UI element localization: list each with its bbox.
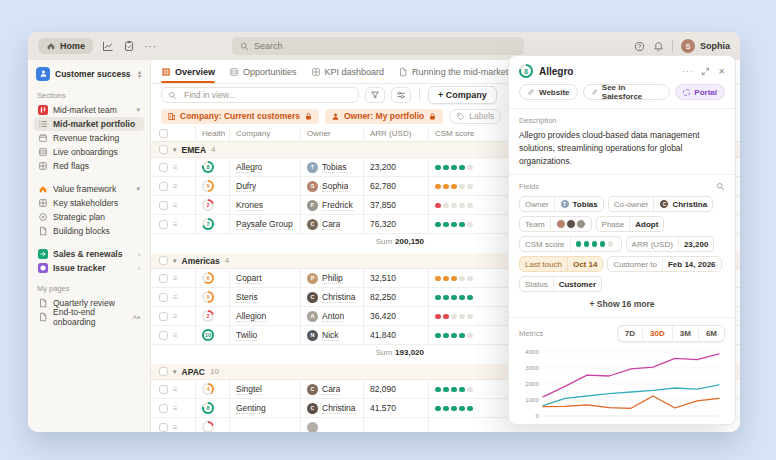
home-button[interactable]: Home [38, 38, 93, 54]
filter-pill-owner[interactable]: Owner: My portfolio [325, 109, 443, 124]
field-arr[interactable]: ARR (USD) 23,200 [626, 236, 715, 252]
field-csm-score[interactable]: CSM score [519, 236, 622, 252]
charts-icon[interactable] [102, 40, 114, 52]
filter-button[interactable] [365, 87, 385, 103]
find-in-view-input[interactable] [182, 89, 352, 101]
drag-handle-icon[interactable]: ≡ [173, 385, 178, 394]
row-checkbox[interactable] [159, 274, 168, 283]
find-in-view[interactable] [161, 87, 359, 103]
sidebar-item-mid-market-portfolio[interactable]: Mid-market portfolio [34, 117, 144, 131]
sidebar-item-strategic-plan[interactable]: Strategic plan [34, 210, 144, 224]
sidebar-item-red-flags[interactable]: Red flags [34, 159, 144, 173]
company-link[interactable]: Allegion [236, 311, 266, 322]
website-button[interactable]: Website [519, 84, 578, 100]
drag-handle-icon[interactable]: ≡ [173, 331, 178, 340]
sidebar-item-end-to-end-onboarding[interactable]: End-to-end onboarding Aa [34, 310, 144, 324]
more-menu-icon[interactable]: ··· [144, 41, 157, 52]
see-in-salesforce-button[interactable]: See in Salesforce [583, 84, 671, 100]
drag-handle-icon[interactable]: ≡ [173, 404, 178, 413]
range-7d-button[interactable]: 7D [618, 326, 642, 341]
sidebar-item-revenue-tracking[interactable]: Revenue tracking [34, 131, 144, 145]
company-link[interactable]: Allegro [236, 162, 262, 173]
drag-handle-icon[interactable]: ≡ [173, 163, 178, 172]
drag-handle-icon[interactable]: ≡ [173, 182, 178, 191]
global-search[interactable]: Search [232, 37, 524, 55]
row-checkbox[interactable] [159, 220, 168, 229]
portal-button[interactable]: Portal [675, 84, 725, 100]
drag-handle-icon[interactable]: ≡ [173, 274, 178, 283]
company-link[interactable]: Paysafe Group [236, 219, 293, 230]
user-menu[interactable]: S Sophia [681, 39, 730, 53]
drag-handle-icon[interactable]: ≡ [173, 201, 178, 210]
field-customer-to[interactable]: Customer to Feb 14, 2026 [607, 256, 721, 272]
owner-link[interactable]: Christina [322, 403, 356, 414]
view-settings-button[interactable] [391, 87, 411, 103]
description-text[interactable]: Allegro provides cloud-based data manage… [519, 129, 725, 167]
tab-opportunities[interactable]: Opportunities [229, 60, 297, 83]
expand-icon[interactable] [701, 67, 710, 76]
add-company-button[interactable]: + Company [428, 86, 497, 104]
drag-handle-icon[interactable]: ≡ [173, 220, 178, 229]
tasks-icon[interactable] [123, 40, 135, 52]
column-header-arr[interactable]: ARR (USD) [363, 126, 428, 141]
company-link[interactable]: Singtel [236, 384, 262, 395]
help-icon[interactable] [634, 41, 645, 52]
select-all-checkbox[interactable] [159, 129, 168, 138]
more-menu-icon[interactable]: ··· [682, 67, 693, 76]
company-link[interactable]: Copart [236, 273, 262, 284]
group-checkbox[interactable] [159, 256, 168, 265]
range-3m-button[interactable]: 3M [672, 326, 698, 341]
company-link[interactable]: Krones [236, 200, 263, 211]
close-icon[interactable]: ✕ [718, 67, 725, 76]
sidebar-item-building-blocks[interactable]: Building blocks [34, 224, 144, 238]
chevron-down-icon[interactable]: ▾ [173, 146, 177, 154]
group-checkbox[interactable] [159, 367, 168, 376]
field-last-touch[interactable]: Last touch Oct 14 [519, 256, 603, 272]
column-header-health[interactable]: Health [195, 126, 229, 141]
row-checkbox[interactable] [159, 331, 168, 340]
row-checkbox[interactable] [159, 423, 168, 432]
sidebar-item-value-framework[interactable]: Value framework ▾ [34, 182, 144, 196]
show-more-button[interactable]: + Show 16 more [519, 292, 725, 310]
filter-pill-labels[interactable]: Labels [449, 109, 501, 124]
sidebar-item-live-onboardings[interactable]: Live onboardings [34, 145, 144, 159]
group-checkbox[interactable] [159, 145, 168, 154]
company-link[interactable]: Dufry [236, 181, 256, 192]
filter-pill-company[interactable]: Company: Current customers [161, 109, 319, 124]
tab-overview[interactable]: Overview [161, 60, 215, 83]
sidebar-item-key-stakeholders[interactable]: Key stakeholders [34, 196, 144, 210]
notifications-icon[interactable] [653, 41, 664, 52]
row-checkbox[interactable] [159, 163, 168, 172]
field-phase[interactable]: Phase Adopt [596, 216, 665, 232]
owner-link[interactable]: Cara [322, 384, 340, 395]
column-header-owner[interactable]: Owner [300, 126, 363, 141]
row-checkbox[interactable] [159, 182, 168, 191]
owner-link[interactable]: Nick [322, 330, 339, 341]
owner-link[interactable]: Fredrick [322, 200, 353, 211]
company-link[interactable]: Genting [236, 403, 266, 414]
tab-running-the-mid-market[interactable]: Running the mid-market [398, 60, 508, 83]
drag-handle-icon[interactable]: ≡ [173, 423, 178, 432]
drag-handle-icon[interactable]: ≡ [173, 293, 178, 302]
row-checkbox[interactable] [159, 385, 168, 394]
chevron-down-icon[interactable]: ▾ [173, 257, 177, 265]
owner-link[interactable]: Tobias [322, 162, 347, 173]
owner-link[interactable]: Christina [322, 292, 356, 303]
field-owner[interactable]: Owner TTobias [519, 196, 604, 212]
sidebar-item-sales-renewals[interactable]: Sales & renewals › [34, 247, 144, 261]
field-co-owner[interactable]: Co-owner CChristina [608, 196, 713, 212]
row-checkbox[interactable] [159, 312, 168, 321]
drag-handle-icon[interactable]: ≡ [173, 312, 178, 321]
range-30d-button[interactable]: 30D [642, 326, 672, 341]
search-icon[interactable] [716, 182, 725, 191]
workspace-switcher[interactable]: Customer success ▲▼ [34, 65, 144, 82]
range-6m-button[interactable]: 6M [698, 326, 724, 341]
owner-link[interactable]: Philip [322, 273, 343, 284]
company-link[interactable]: Steris [236, 292, 258, 303]
owner-link[interactable]: Sophia [322, 181, 348, 192]
tab-kpi-dashboard[interactable]: KPI dashboard [311, 60, 385, 83]
sidebar-item-issue-tracker[interactable]: Issue tracker › [34, 261, 144, 275]
row-checkbox[interactable] [159, 404, 168, 413]
row-checkbox[interactable] [159, 201, 168, 210]
owner-link[interactable]: Anton [322, 311, 344, 322]
